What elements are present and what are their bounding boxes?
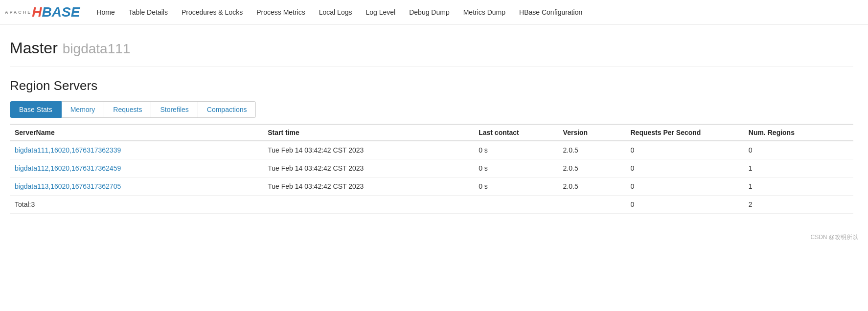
cell-start-time: Tue Feb 14 03:42:42 CST 2023 — [263, 141, 474, 159]
navbar: APACHE H BASE HomeTable DetailsProcedure… — [0, 0, 868, 24]
logo-base: BASE — [42, 4, 80, 20]
cell-last-contact: 0 s — [474, 178, 558, 196]
tab-compactions[interactable]: Compactions — [198, 101, 256, 118]
cell-server-name: bigdata111,16020,1676317362339 — [10, 141, 263, 159]
cell-version: 2.0.5 — [558, 159, 626, 178]
cell-start-time: Tue Feb 14 03:42:42 CST 2023 — [263, 159, 474, 178]
tab-base-stats[interactable]: Base Stats — [10, 101, 62, 118]
cell-num-regions: 0 — [744, 141, 853, 159]
cell-rps: 0 — [625, 178, 743, 196]
table-row: bigdata111,16020,1676317362339Tue Feb 14… — [10, 141, 853, 159]
cell-num-regions: 1 — [744, 178, 853, 196]
cell-rps: 0 — [625, 141, 743, 159]
master-label: Master — [10, 39, 58, 57]
table-total-row: Total:302 — [10, 196, 853, 214]
master-hostname: bigdata111 — [63, 41, 131, 56]
brand-logo: APACHE H BASE — [5, 4, 80, 20]
nav-link-metrics-dump[interactable]: Metrics Dump — [457, 0, 512, 24]
nav-link-local-logs[interactable]: Local Logs — [312, 0, 359, 24]
total-empty-2 — [558, 196, 626, 214]
cell-version: 2.0.5 — [558, 141, 626, 159]
tab-memory[interactable]: Memory — [62, 101, 105, 118]
nav-link-home[interactable]: Home — [90, 0, 121, 24]
watermark: CSDN @攻明所以 — [0, 228, 868, 242]
nav-links: HomeTable DetailsProcedures & LocksProce… — [90, 0, 589, 24]
cell-last-contact: 0 s — [474, 141, 558, 159]
cell-server-name: bigdata113,16020,1676317362705 — [10, 178, 263, 196]
table-body: bigdata111,16020,1676317362339Tue Feb 14… — [10, 141, 853, 214]
main-content: Masterbigdata111 Region Servers Base Sta… — [0, 24, 868, 228]
server-name-link[interactable]: bigdata111,16020,1676317362339 — [15, 146, 121, 154]
table-header-row: ServerName Start time Last contact Versi… — [10, 124, 853, 141]
server-name-link[interactable]: bigdata112,16020,1676317362459 — [15, 164, 121, 172]
cell-rps: 0 — [625, 159, 743, 178]
apache-text: APACHE — [5, 10, 32, 15]
total-empty-0 — [263, 196, 474, 214]
cell-num-regions: 1 — [744, 159, 853, 178]
server-name-link[interactable]: bigdata113,16020,1676317362705 — [15, 182, 121, 190]
section-title-region-servers: Region Servers — [10, 78, 853, 93]
region-server-tabs: Base StatsMemoryRequestsStorefilesCompac… — [10, 101, 853, 118]
logo-h: H — [32, 4, 42, 20]
cell-server-name: bigdata112,16020,1676317362459 — [10, 159, 263, 178]
cell-start-time: Tue Feb 14 03:42:42 CST 2023 — [263, 178, 474, 196]
table-row: bigdata113,16020,1676317362705Tue Feb 14… — [10, 178, 853, 196]
th-version: Version — [558, 124, 626, 141]
total-rps: 0 — [625, 196, 743, 214]
nav-link-log-level[interactable]: Log Level — [359, 0, 402, 24]
th-num-regions: Num. Regions — [744, 124, 853, 141]
tab-requests[interactable]: Requests — [104, 101, 151, 118]
nav-link-hbase-configuration[interactable]: HBase Configuration — [512, 0, 589, 24]
hbase-logo: H BASE — [32, 4, 80, 20]
cell-last-contact: 0 s — [474, 159, 558, 178]
total-label: Total:3 — [10, 196, 263, 214]
nav-link-debug-dump[interactable]: Debug Dump — [402, 0, 457, 24]
th-start-time: Start time — [263, 124, 474, 141]
cell-version: 2.0.5 — [558, 178, 626, 196]
table-row: bigdata112,16020,1676317362459Tue Feb 14… — [10, 159, 853, 178]
th-last-contact: Last contact — [474, 124, 558, 141]
tab-storefiles[interactable]: Storefiles — [151, 101, 198, 118]
total-empty-1 — [474, 196, 558, 214]
nav-link-table-details[interactable]: Table Details — [122, 0, 175, 24]
nav-link-process-metrics[interactable]: Process Metrics — [250, 0, 312, 24]
nav-link-procedures---locks[interactable]: Procedures & Locks — [175, 0, 250, 24]
th-rps: Requests Per Second — [625, 124, 743, 141]
title-divider — [10, 66, 853, 67]
th-server-name: ServerName — [10, 124, 263, 141]
table-header: ServerName Start time Last contact Versi… — [10, 124, 853, 141]
total-num-regions: 2 — [744, 196, 853, 214]
page-title: Masterbigdata111 — [10, 39, 853, 57]
region-servers-table: ServerName Start time Last contact Versi… — [10, 124, 853, 214]
